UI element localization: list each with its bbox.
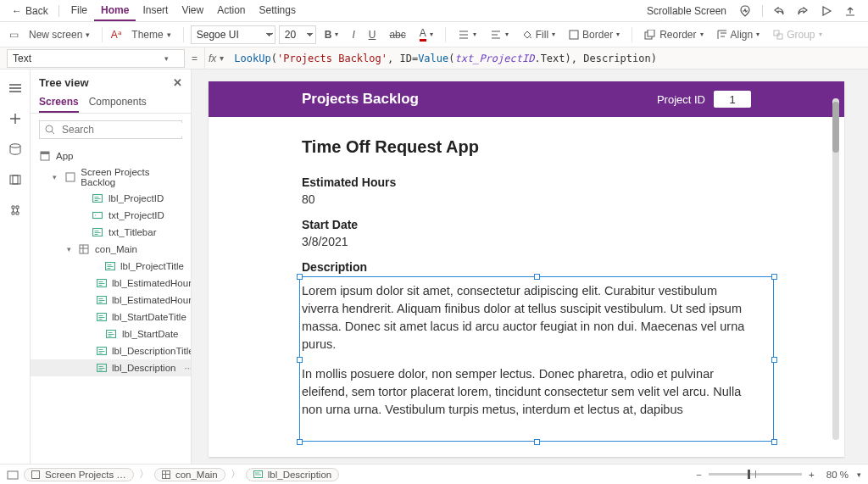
tab-components[interactable]: Components bbox=[89, 92, 147, 113]
reorder-button[interactable]: Reorder▾ bbox=[639, 27, 708, 42]
app-title: Projects Backlog bbox=[302, 91, 419, 108]
tree-item[interactable]: txt_ProjectID bbox=[31, 207, 191, 224]
health-check-icon[interactable] bbox=[733, 3, 757, 19]
estimated-hours-label: Estimated Hours bbox=[302, 175, 751, 189]
breadcrumb-item[interactable]: Screen Projects … bbox=[24, 468, 134, 481]
svg-rect-4 bbox=[777, 34, 782, 39]
chevron-down-icon[interactable]: ▾ bbox=[857, 470, 861, 479]
chevron-down-icon[interactable]: ▾ bbox=[51, 173, 59, 181]
control-icon bbox=[92, 192, 103, 204]
advanced-tools-icon[interactable] bbox=[5, 200, 25, 220]
menu-item-file[interactable]: File bbox=[64, 1, 94, 21]
publish-icon[interactable] bbox=[839, 3, 861, 19]
tree-item[interactable]: ▾Screen Projects Backlog bbox=[31, 164, 191, 190]
tree-item[interactable]: lbl_Description··· bbox=[31, 359, 191, 376]
breadcrumb-root-icon[interactable] bbox=[7, 470, 19, 480]
tree-item-app[interactable]: App bbox=[31, 147, 191, 164]
selection-handle[interactable] bbox=[534, 274, 540, 280]
tree-view-icon[interactable] bbox=[5, 78, 25, 98]
zoom-slider[interactable] bbox=[709, 473, 802, 476]
play-icon[interactable] bbox=[815, 3, 837, 19]
font-color-button[interactable]: A▾ bbox=[415, 25, 438, 43]
redo-icon[interactable] bbox=[792, 3, 814, 19]
zoom-out-icon[interactable]: − bbox=[696, 470, 702, 480]
font-size-select[interactable]: 20 bbox=[279, 25, 316, 44]
more-icon[interactable]: ··· bbox=[181, 363, 191, 373]
scrollbar-thumb[interactable] bbox=[832, 102, 839, 153]
tree-item[interactable]: lbl_ProjectID bbox=[31, 190, 191, 207]
formula-input[interactable]: LookUp('Projects Backlog', ID=Value(txt_… bbox=[229, 53, 868, 64]
selection-handle[interactable] bbox=[297, 357, 303, 363]
fill-button[interactable]: Fill▾ bbox=[517, 27, 560, 42]
align-horizontal-button[interactable]: ▾ bbox=[485, 27, 514, 42]
tree-item-label: lbl_EstimatedHours bbox=[112, 295, 191, 305]
selection-handle[interactable] bbox=[534, 439, 540, 445]
tree-item[interactable]: lbl_DescriptionTitle bbox=[31, 342, 191, 359]
zoom-control[interactable]: − + 80 % ▾ bbox=[696, 470, 861, 480]
strike-button[interactable]: abc bbox=[384, 27, 410, 42]
tree-item[interactable]: lbl_StartDateTitle bbox=[31, 309, 191, 325]
menu-item-insert[interactable]: Insert bbox=[136, 1, 175, 21]
breadcrumb-icon bbox=[31, 470, 40, 479]
menu-item-action[interactable]: Action bbox=[210, 1, 252, 21]
zoom-in-icon[interactable]: + bbox=[809, 470, 815, 480]
font-family-select[interactable]: Segoe UI bbox=[191, 25, 275, 44]
breadcrumb-item[interactable]: con_Main bbox=[154, 468, 225, 481]
tree-item[interactable]: lbl_EstimatedHours bbox=[31, 292, 191, 309]
menu-item-settings[interactable]: Settings bbox=[253, 1, 303, 21]
control-icon bbox=[78, 243, 90, 255]
new-screen-button[interactable]: New screen ▾ bbox=[24, 27, 95, 42]
align-vertical-button[interactable]: ▾ bbox=[453, 27, 481, 42]
breadcrumb-item[interactable]: lbl_Description bbox=[246, 468, 339, 481]
close-icon[interactable]: ✕ bbox=[173, 76, 182, 89]
breadcrumb-label: con_Main bbox=[175, 470, 218, 480]
tree-item[interactable]: ▾con_Main bbox=[31, 241, 191, 258]
bold-button[interactable]: B▾ bbox=[320, 27, 344, 42]
tree-item-label: lbl_StartDate bbox=[122, 329, 178, 339]
chevron-down-icon[interactable]: ▾ bbox=[64, 245, 73, 253]
start-date-value: 3/8/2021 bbox=[302, 235, 751, 248]
svg-rect-26 bbox=[253, 471, 262, 478]
tree-item[interactable]: lbl_ProjectTitle bbox=[31, 258, 191, 275]
selection-handle[interactable] bbox=[297, 439, 303, 445]
formula-bar: Text ▾ = fx ▾ LookUp('Projects Backlog',… bbox=[0, 47, 868, 70]
undo-icon[interactable] bbox=[768, 3, 790, 19]
chevron-down-icon[interactable]: ▾ bbox=[220, 53, 229, 63]
control-icon bbox=[92, 226, 103, 238]
menu-item-view[interactable]: View bbox=[175, 1, 210, 21]
screen-mode-label[interactable]: Scrollable Screen bbox=[642, 2, 732, 20]
tree-search[interactable] bbox=[39, 120, 182, 139]
tree-item-label: lbl_ProjectTitle bbox=[120, 261, 184, 271]
selection-handle[interactable] bbox=[771, 357, 777, 363]
menu-item-home[interactable]: Home bbox=[94, 1, 136, 21]
svg-rect-14 bbox=[93, 229, 103, 236]
selection-rectangle bbox=[299, 276, 774, 442]
fx-label[interactable]: fx bbox=[205, 53, 220, 64]
canvas[interactable]: Projects Backlog Project ID Time Off Req… bbox=[192, 70, 868, 464]
tree-item[interactable]: lbl_EstimatedHoursTitle bbox=[31, 275, 191, 292]
selection-handle[interactable] bbox=[297, 274, 303, 280]
control-icon bbox=[97, 345, 107, 357]
selection-handle[interactable] bbox=[771, 439, 777, 445]
theme-button[interactable]: Theme ▾ bbox=[126, 27, 175, 42]
italic-button[interactable]: I bbox=[347, 27, 359, 42]
tree-item[interactable]: lbl_StartDate bbox=[31, 325, 191, 342]
search-input[interactable] bbox=[60, 123, 191, 136]
svg-rect-12 bbox=[93, 195, 103, 203]
chevron-down-icon: ▾ bbox=[164, 54, 169, 63]
media-icon[interactable] bbox=[5, 170, 25, 190]
back-button[interactable]: ← Back bbox=[7, 5, 53, 17]
selection-handle[interactable] bbox=[771, 274, 777, 280]
scrollbar[interactable] bbox=[832, 98, 839, 440]
align-button[interactable]: Align▾ bbox=[712, 27, 765, 42]
group-button: Group▾ bbox=[768, 27, 826, 42]
project-id-input[interactable] bbox=[714, 91, 751, 108]
property-select[interactable]: Text ▾ bbox=[7, 49, 185, 68]
border-button[interactable]: Border▾ bbox=[564, 27, 625, 42]
tab-screens[interactable]: Screens bbox=[39, 92, 79, 113]
control-icon bbox=[97, 311, 107, 323]
insert-icon[interactable] bbox=[5, 108, 25, 129]
data-icon[interactable] bbox=[5, 139, 25, 159]
underline-button[interactable]: U bbox=[364, 27, 381, 42]
tree-item[interactable]: txt_Titlebar bbox=[31, 224, 191, 241]
